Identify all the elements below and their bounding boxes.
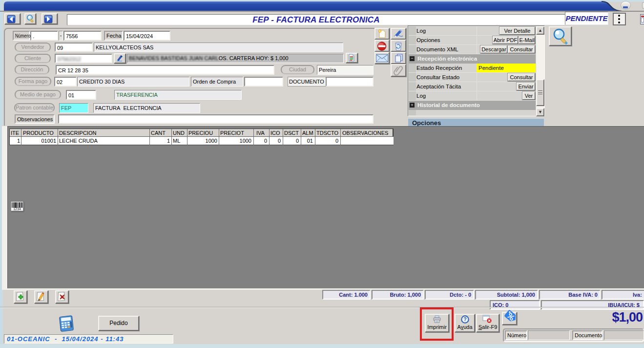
svg-text:?: ?: [463, 317, 466, 322]
